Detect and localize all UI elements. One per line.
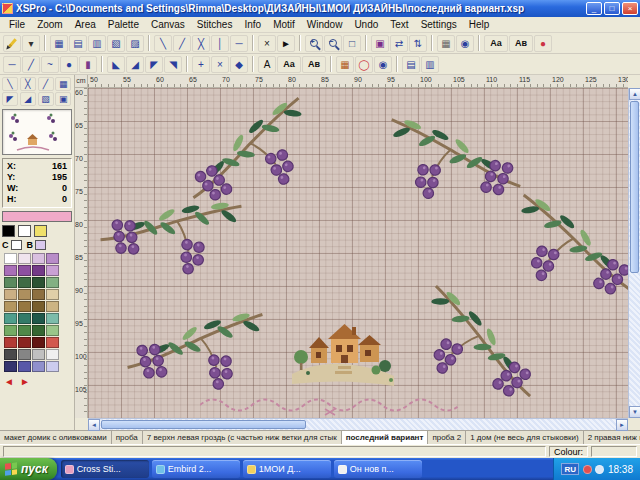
palette-swatch-25[interactable] [4,325,17,336]
antivirus-tray-icon[interactable] [583,465,592,474]
bead-icon[interactable]: ▮ [79,56,97,73]
grid-toggle-icon[interactable]: ▦ [437,35,455,52]
palette-swatch-18[interactable] [18,301,31,312]
color-wheel-icon[interactable]: ● [534,35,552,52]
palette-swatch-9[interactable] [4,277,17,288]
palette-swatch-22[interactable] [18,313,31,324]
palette-swatch-13[interactable] [4,289,17,300]
zoom-out-icon[interactable]: − [324,35,342,52]
current-color-swatch[interactable] [2,211,72,222]
backstitch-right-icon[interactable]: ╱ [173,35,191,52]
quarter-br-icon[interactable]: ◢ [126,56,144,73]
language-indicator[interactable]: RU [561,463,579,475]
palette-swatch-39[interactable] [32,361,45,372]
palette-swatch-35[interactable] [32,349,45,360]
palette-swatch-34[interactable] [18,349,31,360]
palette-swatch-29[interactable] [4,337,17,348]
pencil-tool-icon[interactable] [3,35,21,52]
diamond-stitch-icon[interactable]: ◆ [230,56,248,73]
text-tool-icon[interactable]: A [258,56,276,73]
palette-swatch-15[interactable] [32,289,45,300]
scroll-left-icon[interactable]: ◄ [88,419,100,431]
mini-quarter-tl-icon[interactable]: ◤ [2,92,18,106]
palette-swatch-28[interactable] [46,325,59,336]
menu-item-zoom[interactable]: Zoom [31,18,69,31]
delete-stitch-icon[interactable]: × [258,35,276,52]
palette-swatch-2[interactable] [18,253,31,264]
palette-swatch-20[interactable] [46,301,59,312]
palette-swatch-6[interactable] [18,265,31,276]
taskbar-task-1[interactable]: Cross Sti... [61,460,149,478]
palette-swatch-10[interactable] [18,277,31,288]
three-quarter-stitch-icon[interactable]: ▧ [107,35,125,52]
minimize-button[interactable]: _ [586,2,602,15]
yellow-swatch[interactable] [34,225,47,237]
diagonal-line-icon[interactable]: ╱ [22,56,40,73]
palette-grid-icon[interactable]: ▦ [336,56,354,73]
pattern-preview[interactable] [2,109,72,155]
palette-swatch-37[interactable] [4,361,17,372]
taskbar-task-2[interactable]: Embird 2... [152,460,240,478]
palette-prev-icon[interactable]: ◄ [4,376,14,387]
mini-half-icon[interactable]: ▧ [38,92,54,106]
menu-item-undo[interactable]: Undo [348,18,384,31]
palette-swatch-8[interactable] [46,265,59,276]
select-arrow-icon[interactable]: ► [277,35,295,52]
curve-line-icon[interactable]: ~ [41,56,59,73]
vertical-scrollbar[interactable]: ▲ ▼ [628,88,640,418]
menu-item-area[interactable]: Area [69,18,102,31]
menu-item-canvas[interactable]: Canvas [145,18,191,31]
full-stitch-icon[interactable]: ▦ [50,35,68,52]
pattern-tab-1[interactable]: макет домик с оливковками [0,431,112,444]
quarter-tl-icon[interactable]: ◤ [145,56,163,73]
color-ring-icon[interactable]: ◯ [355,56,373,73]
white-swatch[interactable] [18,225,31,237]
petite-stitch-icon[interactable]: ▨ [126,35,144,52]
vertical-scroll-thumb[interactable] [630,101,639,273]
palette-swatch-27[interactable] [32,325,45,336]
mini-backstitch-left-icon[interactable]: ╲ [2,77,18,91]
palette-swatch-3[interactable] [32,253,45,264]
close-button[interactable]: × [622,2,638,15]
channel-swatch[interactable] [35,240,46,250]
palette-swatch-26[interactable] [18,325,31,336]
menu-item-text[interactable]: Text [384,18,414,31]
pattern-tab-7[interactable]: 2 правая ниж гр [584,431,640,444]
backstitch-cross-icon[interactable]: ╳ [192,35,210,52]
maximize-button[interactable]: □ [604,2,620,15]
scroll-up-icon[interactable]: ▲ [629,88,640,100]
volume-tray-icon[interactable] [595,465,604,474]
palette-swatch-23[interactable] [32,313,45,324]
channel-swatch[interactable] [11,240,22,250]
pattern-tab-2[interactable]: проба [112,431,143,444]
mini-backstitch-right-icon[interactable]: ╱ [38,77,54,91]
backstitch-left-icon[interactable]: ╲ [154,35,172,52]
menu-item-palette[interactable]: Palette [102,18,145,31]
menu-item-motif[interactable]: Motif [267,18,301,31]
palette-swatch-1[interactable] [4,253,17,264]
mini-quarter-br-icon[interactable]: ◢ [20,92,36,106]
taskbar-task-4[interactable]: Он нов п... [334,460,422,478]
scroll-down-icon[interactable]: ▼ [629,406,640,418]
start-button[interactable]: пуск [0,458,57,480]
palette-swatch-5[interactable] [4,265,17,276]
motif-stamp-icon[interactable]: ▣ [371,35,389,52]
times-stitch-icon[interactable]: × [211,56,229,73]
straight-line-icon[interactable]: ─ [3,56,21,73]
menu-item-help[interactable]: Help [463,18,496,31]
menu-item-window[interactable]: Window [301,18,349,31]
quarter-bl-icon[interactable]: ◣ [107,56,125,73]
palette-swatch-21[interactable] [4,313,17,324]
menu-item-info[interactable]: Info [238,18,267,31]
black-swatch[interactable] [2,225,15,237]
font-ab-icon[interactable]: Ав [302,56,326,73]
cross-icon[interactable]: + [192,56,210,73]
palette-next-icon[interactable]: ► [20,376,30,387]
horizontal-scroll-thumb[interactable] [101,420,306,429]
mini-grid-icon[interactable]: ▦ [55,77,71,91]
palette-swatch-40[interactable] [46,361,59,372]
design-canvas[interactable] [88,88,628,418]
titlebar[interactable]: XSPro - C:\Documents and Settings\Rimma\… [0,0,640,17]
target-icon[interactable]: ◉ [374,56,392,73]
quarter-stitch-icon[interactable]: ▥ [88,35,106,52]
